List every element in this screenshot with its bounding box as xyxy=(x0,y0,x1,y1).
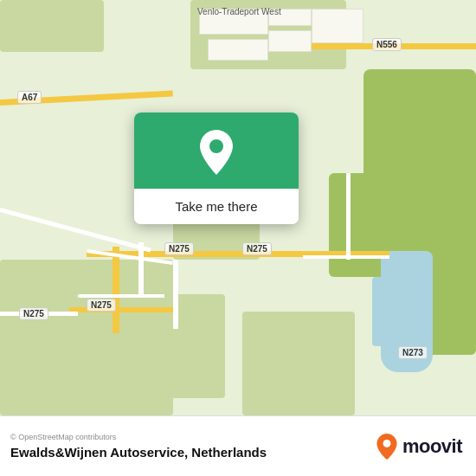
take-me-there-button[interactable]: Take me there xyxy=(134,189,299,224)
attribution-text: © OpenStreetMap contributors xyxy=(10,433,267,441)
road-label-n556: N556 xyxy=(372,38,402,51)
road-label-n275-2: N275 xyxy=(242,242,272,255)
road-label-n275-3: N275 xyxy=(87,299,116,312)
road-label-n273: N273 xyxy=(398,346,428,359)
svg-point-0 xyxy=(209,139,223,153)
road-label-a67: A67 xyxy=(17,91,42,104)
road-label-n275-4: N275 xyxy=(19,307,48,320)
map-label-venlo: Venlo-Tradeport West xyxy=(197,7,281,16)
footer-left-section: © OpenStreetMap contributors Ewalds&Wijn… xyxy=(10,433,267,460)
moovit-pin-icon xyxy=(375,433,399,460)
location-popup: Take me there xyxy=(134,113,299,224)
svg-point-1 xyxy=(383,440,390,447)
location-pin-icon xyxy=(196,128,236,177)
road-label-n275-1: N275 xyxy=(164,242,194,255)
location-title: Ewalds&Wijnen Autoservice, Netherlands xyxy=(10,445,267,460)
moovit-logo: moovit xyxy=(375,433,462,460)
popup-icon-background xyxy=(134,113,299,189)
map-view[interactable]: N556 A67 N275 N275 N275 N275 N273 Venlo-… xyxy=(0,0,476,415)
moovit-brand-text: moovit xyxy=(402,435,462,458)
footer-bar: © OpenStreetMap contributors Ewalds&Wijn… xyxy=(0,415,476,476)
